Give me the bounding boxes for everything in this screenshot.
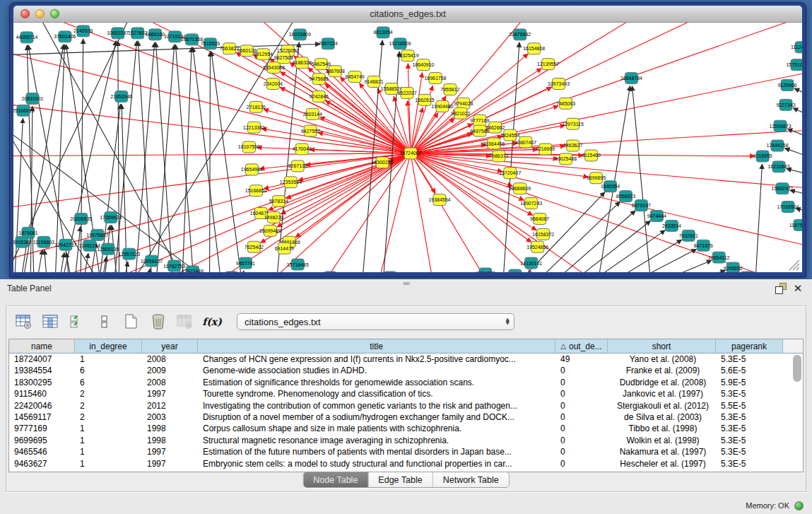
edge[interactable] [13, 44, 411, 153]
edge[interactable] [13, 153, 411, 269]
edge[interactable] [411, 153, 437, 272]
edge[interactable] [122, 104, 128, 272]
graph-node[interactable]: 1634477 [476, 268, 495, 272]
graph-node[interactable]: 25166910 [13, 105, 35, 116]
graph-node[interactable]: 1640954 [601, 181, 620, 192]
graph-node[interactable]: 10654112 [708, 252, 730, 263]
graph-node[interactable]: 8454749 [346, 71, 365, 83]
edge[interactable] [545, 221, 651, 272]
edge[interactable] [30, 106, 33, 272]
table-row[interactable]: 946362711997Embryonic stem cells: a mode… [9, 458, 803, 469]
edge[interactable] [411, 153, 802, 272]
graph-node[interactable]: 15166852 [245, 185, 267, 197]
table-column-icon[interactable] [40, 311, 61, 332]
graph-node[interactable]: 12161654 [379, 271, 401, 272]
graph-node[interactable]: 15718485 [287, 259, 309, 270]
graph-node[interactable]: 20206535 [70, 213, 92, 224]
window-titlebar[interactable]: citations_edges.txt [13, 6, 802, 23]
edge[interactable] [134, 42, 155, 272]
graph-node[interactable]: 6879197 [632, 200, 651, 211]
graph-node[interactable]: 19904480 [431, 100, 453, 112]
edge[interactable] [632, 86, 649, 272]
graph-node[interactable]: 18640910 [412, 59, 434, 71]
edge[interactable] [606, 260, 712, 272]
graph-node[interactable]: 9245652 [724, 262, 743, 272]
edge[interactable] [57, 41, 116, 272]
graph-node[interactable]: 15692971 [772, 183, 794, 194]
select-all-rows-icon[interactable] [67, 311, 88, 332]
graph-node[interactable]: 12139557 [537, 59, 559, 70]
table-settings-icon[interactable] [13, 311, 35, 332]
table-row[interactable]: 1938455462009Genome-wide association stu… [9, 365, 803, 376]
edge[interactable] [754, 164, 762, 272]
edge[interactable] [326, 100, 411, 153]
graph-node[interactable]: 9227343 [776, 99, 795, 110]
graph-node[interactable]: 16033809 [289, 29, 311, 40]
column-header-title[interactable]: title [198, 339, 555, 354]
graph-node[interactable]: 44055714 [16, 32, 37, 43]
graph-node[interactable]: 12444158 [767, 140, 789, 151]
graph-node[interactable]: 11124958 [791, 42, 802, 53]
edge[interactable] [793, 108, 802, 125]
edge[interactable] [13, 100, 411, 153]
graph-node[interactable]: 2803144 [303, 108, 322, 119]
graph-node[interactable]: 18988392 [220, 271, 242, 272]
column-header-year[interactable]: year [142, 339, 198, 354]
table-row[interactable]: 977716911998Corpus callosum shape and si… [9, 423, 803, 434]
edge[interactable] [13, 153, 411, 272]
edge[interactable] [175, 45, 195, 272]
column-header-in_degree[interactable]: in_degree [75, 339, 142, 354]
edge[interactable] [13, 44, 320, 56]
edge[interactable] [210, 52, 211, 272]
graph-node[interactable]: 11675327 [789, 219, 802, 230]
edge[interactable] [54, 45, 65, 272]
new-table-icon[interactable] [121, 311, 142, 332]
tab-edge-table[interactable]: Edge Table [367, 472, 432, 487]
graph-node[interactable]: 21953346 [110, 90, 132, 102]
graph-node[interactable]: 1527602 [128, 28, 147, 39]
edge[interactable] [45, 250, 49, 272]
graph-node[interactable]: 12973115 [562, 118, 584, 129]
edge[interactable] [794, 88, 802, 105]
edge[interactable] [592, 249, 697, 272]
graph-node[interactable]: 8958923 [616, 191, 635, 202]
network-canvas[interactable]: 1872400744055714376914062145536106532871… [13, 23, 802, 272]
graph-node[interactable]: 19524856 [526, 241, 548, 252]
graph-node[interactable]: 9215955 [753, 151, 772, 162]
edge[interactable] [408, 64, 411, 153]
tab-node-table[interactable]: Node Table [303, 472, 367, 487]
table-row[interactable]: 946554611997Estimation of the future num… [9, 446, 803, 457]
column-header-short[interactable]: short [608, 339, 716, 354]
column-header-name[interactable]: name [9, 339, 75, 354]
edge[interactable] [298, 153, 411, 180]
graph-node[interactable]: 14130141 [520, 257, 542, 269]
graph-node[interactable]: 9115460 [582, 150, 601, 161]
graph-node[interactable]: 20631901 [21, 93, 43, 104]
graph-node[interactable]: 12213383 [243, 122, 265, 133]
graph-node[interactable]: 10958107 [141, 255, 163, 267]
graph-node[interactable]: 9699695 [587, 173, 606, 184]
graph-node[interactable]: 8267130 [288, 160, 307, 172]
table-row[interactable]: 1456911722003Disruption of a novel membe… [9, 411, 803, 423]
graph-node[interactable]: 7485063 [556, 98, 575, 109]
graph-node[interactable]: 20876882 [509, 29, 531, 40]
column-header-out_degree[interactable]: △out_de... [555, 339, 608, 354]
edge[interactable] [411, 128, 802, 153]
table-row[interactable]: 969969511998Structural magnetic resonanc… [9, 435, 803, 446]
graph-node[interactable]: 15325419 [396, 50, 418, 62]
graph-node[interactable]: 7857224 [319, 38, 338, 49]
graph-node[interactable]: 9832369 [321, 271, 340, 272]
edge[interactable] [790, 190, 802, 199]
edge[interactable] [261, 129, 411, 153]
graph-node[interactable]: 9129966 [777, 80, 796, 91]
graph-node[interactable]: 16158372 [532, 228, 554, 240]
graph-node[interactable]: 19384554 [428, 194, 450, 206]
graph-node[interactable]: 16154808 [523, 43, 545, 54]
graph-node[interactable]: 18907243 [520, 198, 542, 209]
edge[interactable] [577, 240, 682, 272]
edge[interactable] [620, 270, 725, 272]
delete-table-icon[interactable] [148, 311, 169, 332]
canvas-resize-grip[interactable] [789, 260, 799, 270]
row-height-icon[interactable] [94, 311, 115, 332]
edge[interactable] [411, 65, 802, 153]
